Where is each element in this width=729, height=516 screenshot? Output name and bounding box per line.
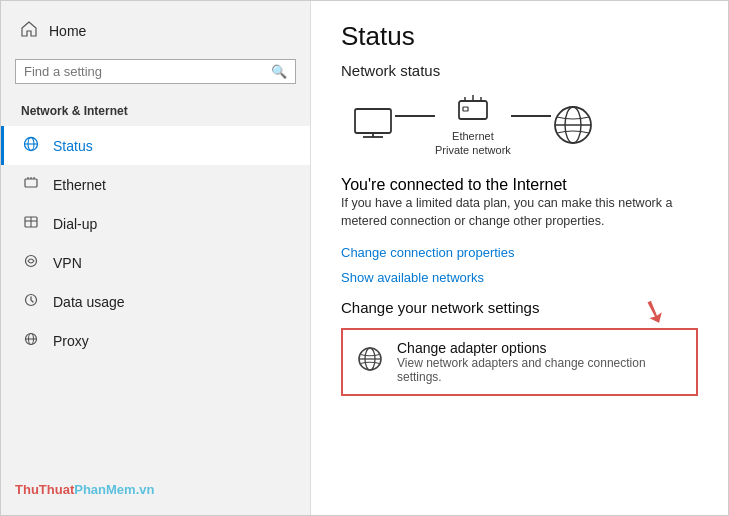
connected-desc: If you have a limited data plan, you can… (341, 194, 698, 232)
proxy-label: Proxy (53, 333, 89, 349)
diagram-line-1 (395, 115, 435, 117)
watermark: ThuThuatPhanMem.vn (1, 474, 310, 505)
watermark-part3: .vn (136, 482, 155, 497)
search-input[interactable] (24, 64, 271, 79)
svg-rect-15 (355, 109, 391, 133)
home-icon (21, 21, 37, 41)
adapter-desc: View network adapters and change connect… (397, 356, 682, 384)
dialup-label: Dial-up (53, 216, 97, 232)
network-status-label: Network status (341, 62, 698, 79)
sidebar-item-status[interactable]: Status (1, 126, 310, 165)
ethernet-diagram-label: Ethernet Private network (435, 129, 511, 158)
red-arrow-indicator: ➘ (635, 289, 673, 334)
sidebar-item-ethernet[interactable]: Ethernet (1, 165, 310, 204)
vpn-label: VPN (53, 255, 82, 271)
adapter-text-block: Change adapter options View network adap… (397, 340, 682, 384)
network-diagram: Ethernet Private network (351, 93, 698, 158)
globe-icon (21, 136, 41, 155)
diagram-globe (551, 103, 595, 147)
sidebar-section-label: Network & Internet (1, 98, 310, 126)
search-box[interactable]: 🔍 (15, 59, 296, 84)
adapter-title: Change adapter options (397, 340, 682, 356)
page-title: Status (341, 21, 698, 52)
diagram-computer (351, 107, 395, 143)
sidebar-item-vpn[interactable]: VPN (1, 243, 310, 282)
datausage-label: Data usage (53, 294, 125, 310)
diagram-line-2 (511, 115, 551, 117)
ethernet-icon (21, 175, 41, 194)
available-networks-link[interactable]: Show available networks (341, 270, 698, 285)
diagram-router: Ethernet Private network (435, 93, 511, 158)
sidebar-item-dialup[interactable]: Dial-up (1, 204, 310, 243)
dialup-icon (21, 214, 41, 233)
sidebar: Home 🔍 Network & Internet Status Etherne… (1, 1, 311, 515)
datausage-icon (21, 292, 41, 311)
ethernet-label: Ethernet (53, 177, 106, 193)
svg-rect-3 (25, 179, 37, 187)
watermark-part1: ThuThuat (15, 482, 74, 497)
connected-title: You're connected to the Internet (341, 176, 698, 194)
sidebar-home-item[interactable]: Home (1, 11, 310, 51)
main-content: Status Network status (311, 1, 728, 515)
search-icon: 🔍 (271, 64, 287, 79)
adapter-options-box[interactable]: Change adapter options View network adap… (341, 328, 698, 396)
sidebar-item-datausage[interactable]: Data usage (1, 282, 310, 321)
change-connection-link[interactable]: Change connection properties (341, 245, 698, 260)
status-label: Status (53, 138, 93, 154)
sidebar-item-proxy[interactable]: Proxy (1, 321, 310, 360)
vpn-icon (21, 253, 41, 272)
svg-point-10 (26, 256, 37, 267)
watermark-part2: PhanMem (74, 482, 135, 497)
adapter-globe-icon (357, 346, 383, 378)
proxy-icon (21, 331, 41, 350)
svg-rect-22 (463, 107, 468, 111)
home-label: Home (49, 23, 86, 39)
